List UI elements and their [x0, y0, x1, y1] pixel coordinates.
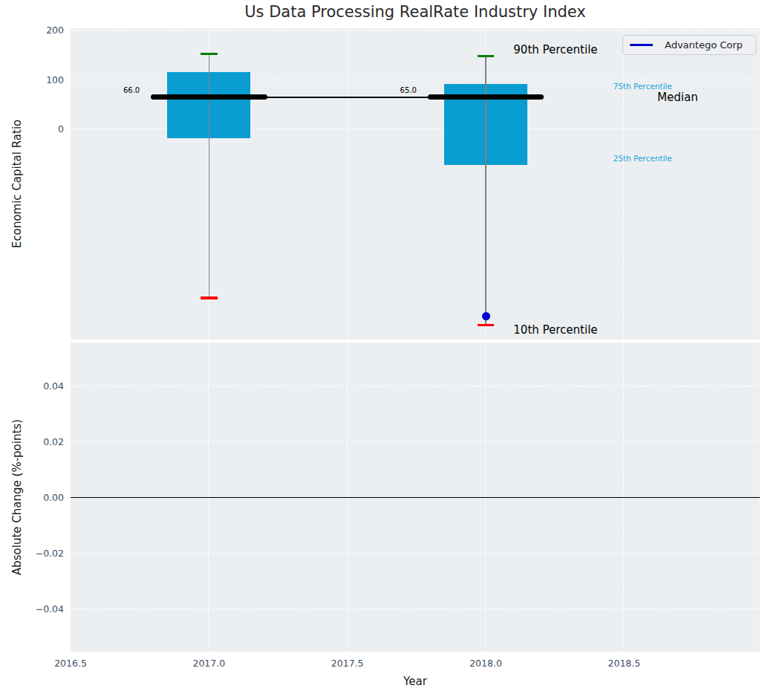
y-tick-label: −0.04 [0, 603, 64, 615]
annotation: 65.0 [400, 86, 417, 94]
x-tick-label: 2016.5 [45, 658, 97, 669]
figure: Us Data Processing RealRate Industry Ind… [0, 0, 768, 700]
annotation: Median [657, 91, 698, 104]
zero-line [71, 497, 760, 498]
whisker-line [209, 54, 210, 298]
x-tick-label: 2018.0 [460, 658, 512, 669]
y-tick-label: 0 [0, 123, 64, 135]
gridline-horizontal [71, 441, 760, 442]
y-tick-label: 0.04 [0, 380, 64, 392]
y-tick-label: 200 [0, 25, 64, 36]
legend: Advantego Corp [622, 35, 756, 55]
gridline-vertical [70, 28, 71, 340]
median-line [428, 94, 544, 100]
p90-cap [478, 55, 494, 57]
gridline-horizontal [71, 553, 760, 554]
median-line [151, 94, 267, 100]
p90-cap [201, 53, 217, 55]
y-tick-label: −0.02 [0, 548, 64, 560]
p10-cap [201, 296, 217, 299]
annotation: 75th Percentile [613, 82, 671, 91]
annotation: 90th Percentile [513, 43, 597, 56]
axes-economic-capital-ratio: 90th Percentile10th PercentileMedian75th… [71, 28, 760, 340]
p10-cap [478, 324, 494, 327]
gridline-vertical [347, 28, 348, 340]
annotation: 25th Percentile [613, 154, 671, 163]
annotation: 66.0 [123, 86, 140, 94]
gridline-horizontal [71, 30, 760, 30]
annotation: 10th Percentile [513, 323, 597, 337]
gridline-horizontal [71, 386, 760, 386]
x-axis-label: Year [71, 675, 760, 688]
x-tick-label: 2017.0 [183, 658, 235, 669]
x-tick-label: 2017.5 [322, 658, 374, 669]
gridline-horizontal [71, 609, 760, 609]
y-tick-label: 0.02 [0, 436, 64, 448]
legend-label: Advantego Corp [665, 39, 743, 51]
x-tick-label: 2018.5 [598, 658, 650, 669]
y-tick-label: 0.00 [0, 492, 64, 504]
chart-title: Us Data Processing RealRate Industry Ind… [71, 3, 760, 21]
gridline-vertical [623, 28, 624, 340]
axes-absolute-change [71, 343, 760, 652]
y-tick-label: 100 [0, 74, 64, 86]
legend-line-swatch [630, 44, 653, 46]
company-marker-dot [482, 312, 490, 320]
